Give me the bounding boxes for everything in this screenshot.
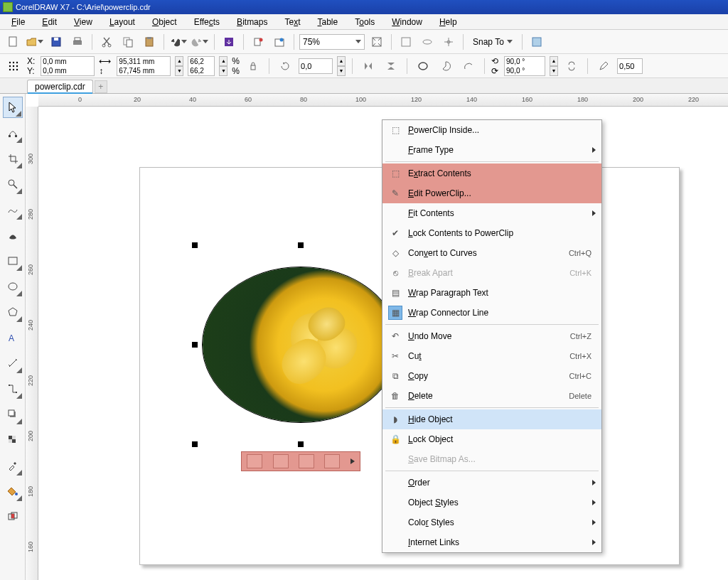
undo-icon[interactable] [169, 33, 188, 51]
interactive-fill-icon[interactable] [3, 480, 23, 502]
menu-object[interactable]: Object [145, 16, 184, 28]
rotation-input[interactable] [299, 58, 333, 74]
menu-item-lock-object[interactable]: 🔒Lock Object [382, 429, 601, 449]
eyedropper-tool-icon[interactable] [3, 455, 23, 476]
menu-help[interactable]: Help [432, 16, 464, 28]
scale-box[interactable] [188, 56, 215, 76]
freehand-tool-icon[interactable] [3, 199, 23, 220]
rectangle-tool-icon[interactable] [3, 250, 23, 272]
width-input[interactable] [117, 57, 170, 66]
new-icon[interactable] [4, 33, 23, 51]
show-guide-icon[interactable] [439, 33, 458, 51]
zoom-select[interactable]: 75% [299, 34, 365, 50]
menu-effects[interactable]: Effects [187, 16, 227, 28]
menu-item-wrap-connector-line[interactable]: ▦Wrap Connector Line [382, 303, 601, 323]
scale-y-input[interactable] [188, 66, 214, 75]
outline-width-input[interactable] [617, 58, 643, 74]
arc-icon[interactable] [459, 57, 478, 75]
ellipse-tool-icon[interactable] [3, 276, 23, 297]
menu-item-cut[interactable]: ✂CutCtrl+X [382, 346, 601, 366]
publish-icon[interactable] [270, 33, 289, 51]
menu-item-edit-powerclip-[interactable]: ✎Edit PowerClip... [382, 183, 601, 203]
menu-item-powerclip-inside-[interactable]: ⬚PowerClip Inside... [382, 120, 601, 140]
height-input[interactable] [117, 66, 170, 75]
selected-object[interactable]: × [195, 245, 407, 444]
artistic-media-icon[interactable] [3, 225, 23, 246]
save-icon[interactable] [47, 33, 65, 51]
options-icon[interactable] [528, 33, 546, 51]
import-icon[interactable] [220, 33, 238, 51]
menu-item-internet-links[interactable]: Internet Links [382, 532, 601, 552]
menu-item-delete[interactable]: 🗑DeleteDelete [382, 386, 601, 406]
open-icon[interactable] [26, 33, 44, 51]
handle-bl[interactable] [192, 441, 198, 447]
menu-bitmaps[interactable]: Bitmaps [230, 16, 274, 28]
menu-table[interactable]: Table [311, 16, 346, 28]
drop-shadow-icon[interactable] [3, 404, 23, 425]
new-tab-button[interactable]: + [95, 80, 107, 93]
pc-edit-icon[interactable] [247, 454, 262, 468]
menu-tools[interactable]: Tools [348, 16, 382, 28]
pie-icon[interactable] [437, 57, 455, 75]
doc-tab[interactable]: powerclip.cdr [27, 80, 93, 93]
pc-lock-icon[interactable] [324, 454, 340, 468]
menu-text[interactable]: Text [277, 16, 307, 28]
print-icon[interactable] [68, 33, 87, 51]
menu-item-wrap-paragraph-text[interactable]: ▤Wrap Paragraph Text [382, 283, 601, 303]
ellipse-type-icon[interactable] [414, 57, 432, 75]
full-screen-icon[interactable] [368, 33, 386, 51]
swap-angle-icon[interactable] [562, 57, 581, 75]
menu-item-hide-object[interactable]: ◗Hide Object [382, 409, 601, 429]
export-icon[interactable] [249, 33, 267, 51]
powerclip-ellipse[interactable] [202, 267, 400, 423]
mirror-v-icon[interactable] [382, 57, 400, 75]
canvas[interactable]: 020406080100120140160180200220 300280260… [26, 94, 728, 580]
menu-item-fit-contents[interactable]: Fit Contents [382, 203, 601, 223]
menu-file[interactable]: File [4, 16, 32, 28]
connector-tool-icon[interactable] [3, 378, 23, 399]
zoom-tool-icon[interactable] [3, 173, 23, 195]
menu-item-lock-contents-to-powerclip[interactable]: ✔Lock Contents to PowerClip [382, 223, 601, 243]
menu-edit[interactable]: Edit [35, 16, 64, 28]
handle-t[interactable] [298, 242, 304, 248]
transparency-tool-icon[interactable] [3, 429, 23, 451]
x-input[interactable] [41, 57, 94, 66]
menu-item-undo-move[interactable]: ↶Undo MoveCtrl+Z [382, 326, 601, 346]
handle-l[interactable] [192, 342, 198, 348]
cut-icon[interactable] [97, 33, 116, 51]
menu-view[interactable]: View [67, 16, 100, 28]
menu-window[interactable]: Window [385, 16, 429, 28]
scale-x-input[interactable] [188, 57, 214, 66]
show-rulers-icon[interactable] [397, 33, 415, 51]
redo-icon[interactable] [191, 33, 209, 51]
size-box[interactable] [117, 56, 171, 76]
object-position-icon[interactable] [4, 57, 23, 75]
parallel-dim-icon[interactable] [3, 353, 23, 374]
menu-item-extract-contents[interactable]: ⬚Extract Contents [382, 163, 601, 183]
menu-item-color-styles[interactable]: Color Styles [382, 512, 601, 532]
menu-item-convert-to-curves[interactable]: ◇Convert to CurvesCtrl+Q [382, 243, 601, 263]
start-angle-input[interactable] [505, 57, 545, 66]
position-box[interactable] [41, 56, 95, 76]
end-angle-input[interactable] [505, 66, 545, 75]
pc-more-icon[interactable] [350, 458, 355, 464]
handle-tl[interactable] [192, 242, 198, 248]
angle-box[interactable] [504, 56, 545, 76]
menu-item-copy[interactable]: ⧉CopyCtrl+C [382, 366, 601, 386]
text-tool-icon[interactable]: A [3, 327, 23, 348]
menu-item-object-styles[interactable]: Object Styles [382, 493, 601, 512]
copy-icon[interactable] [119, 33, 137, 51]
y-input[interactable] [41, 66, 94, 75]
shape-tool-icon[interactable] [3, 122, 23, 144]
polygon-tool-icon[interactable] [3, 301, 23, 323]
lock-ratio-icon[interactable] [244, 57, 262, 75]
pc-select-icon[interactable] [273, 454, 289, 468]
mirror-h-icon[interactable] [359, 57, 378, 75]
show-grid-icon[interactable] [418, 33, 437, 51]
menu-item-order[interactable]: Order [382, 473, 601, 493]
menu-item-frame-type[interactable]: Frame Type [382, 140, 601, 160]
pick-tool-icon[interactable] [3, 97, 23, 118]
smart-fill-icon[interactable] [3, 506, 23, 527]
crop-tool-icon[interactable] [3, 148, 23, 169]
snap-to-dropdown[interactable]: Snap To [469, 37, 517, 47]
